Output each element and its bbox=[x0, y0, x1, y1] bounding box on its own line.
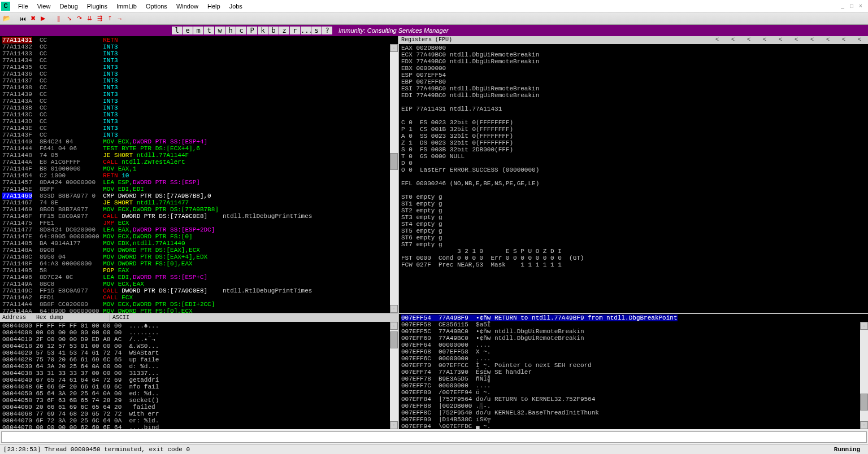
disasm-row[interactable]: 77A11454 C2 1000 RETN 10 bbox=[2, 172, 396, 179]
maximize-button[interactable]: □ bbox=[848, 3, 856, 10]
stack-row[interactable]: 007EFF5C 77A49BC0 •¢ñw ntdll.DbgUiRemote… bbox=[401, 328, 866, 335]
menu-plugins[interactable]: Plugins bbox=[83, 1, 112, 11]
disasm-row[interactable]: 77A1149C FF15 E8C0A977 CALL DWORD PTR DS… bbox=[2, 287, 396, 294]
register-row[interactable]: ECX 77A49BC0 ntdll.DbgUiRemoteBreakin bbox=[401, 51, 866, 58]
register-row[interactable]: ESP 007EFF54 bbox=[401, 72, 866, 78]
register-row[interactable] bbox=[401, 187, 866, 194]
register-row[interactable]: T 0 GS 0000 NULL bbox=[401, 153, 866, 160]
disasm-row[interactable]: 77A1144F B8 01000000 MOV EAX,1 bbox=[2, 165, 396, 172]
disasm-row[interactable]: 77A11457 8DA424 00000000 LEA ESP,DWORD P… bbox=[2, 179, 396, 186]
scroll-up-button[interactable]: ▴ bbox=[390, 44, 398, 52]
register-row[interactable]: EDI 77A49BC0 ntdll.DbgUiRemoteBreakin bbox=[401, 92, 866, 99]
run-icon[interactable]: ▶ bbox=[38, 14, 47, 23]
disasm-row[interactable]: 77A11467 74 0E JE SHORT ntdll.77A11477 bbox=[2, 199, 396, 206]
disasm-row[interactable]: 77A11495 58 POP EAX bbox=[2, 267, 396, 274]
scroll-up-button[interactable]: ▴ bbox=[860, 322, 868, 330]
register-row[interactable]: FCW 027F Prec NEAR,53 Mask 1 1 1 1 1 1 bbox=[401, 261, 866, 268]
toolkit-btn-t[interactable]: t bbox=[204, 27, 214, 34]
disasm-row[interactable]: 77A11436 CC INT3 bbox=[2, 71, 396, 77]
register-row[interactable]: ST4 empty g bbox=[401, 221, 866, 228]
toolkit-btn-k[interactable]: k bbox=[258, 27, 268, 34]
register-row[interactable]: ST6 empty g bbox=[401, 234, 866, 241]
goto-icon[interactable]: → bbox=[115, 14, 124, 23]
toolkit-btn-e[interactable]: e bbox=[183, 27, 193, 34]
disasm-row[interactable]: 77A11437 CC INT3 bbox=[2, 77, 396, 84]
toolkit-btn-c[interactable]: c bbox=[236, 27, 246, 34]
stack-row[interactable]: 007EFF54 77A49BF9 •¢ñw RETURN to ntdll.7… bbox=[401, 315, 866, 321]
register-row[interactable]: EIP 77A11431 ntdll.77A11431 bbox=[401, 106, 866, 112]
dump-row[interactable]: 08044050 65 64 3A 20 25 64 0A 00 ed: %d.… bbox=[2, 390, 396, 397]
disasm-row[interactable]: 77A1148C 8950 04 MOV DWORD PTR DS:[EAX+4… bbox=[2, 254, 396, 260]
register-row[interactable] bbox=[401, 99, 866, 106]
dump-row[interactable]: 08044040 67 65 74 61 64 64 72 69 getaddr… bbox=[2, 377, 396, 383]
disasm-row[interactable]: 77A1147E 64:8905 00000000 MOV ECX,DWORD … bbox=[2, 233, 396, 240]
disasm-row[interactable]: 77A11435 CC INT3 bbox=[2, 64, 396, 71]
disasm-row[interactable]: 77A1143C CC INT3 bbox=[2, 111, 396, 118]
disasm-row[interactable]: 77A1143E CC INT3 bbox=[2, 125, 396, 132]
scrollbar[interactable]: ▴ ▾ bbox=[390, 322, 398, 429]
step-over-icon[interactable]: ↷ bbox=[75, 14, 84, 23]
disasm-row[interactable]: 77A11439 CC INT3 bbox=[2, 91, 396, 98]
dump-row[interactable]: 08044030 64 3A 20 25 64 0A 00 00 d: %d..… bbox=[2, 363, 396, 370]
register-row[interactable]: O 0 LastErr ERROR_SUCCESS (00000000) bbox=[401, 167, 866, 173]
register-row[interactable] bbox=[401, 112, 866, 119]
disasm-row[interactable]: 77A1143F CC INT3 bbox=[2, 132, 396, 138]
register-row[interactable]: S 0 FS 003B 32bit 2DB000(FFF) bbox=[401, 146, 866, 153]
dump-row[interactable]: 08044018 26 12 57 53 01 00 00 00 &.WS0..… bbox=[2, 343, 396, 350]
disasm-row[interactable]: 77A11477 8D8424 DC020000 LEA EAX,DWORD P… bbox=[2, 226, 396, 233]
dump-row[interactable]: 08044078 00 00 00 00 62 69 6E 64 ....bin… bbox=[2, 424, 396, 429]
menu-debug[interactable]: Debug bbox=[55, 1, 82, 11]
menu-jobs[interactable]: Jobs bbox=[225, 1, 247, 11]
memory-dump-pane[interactable]: Address Hex dump ASCII 08044000 FF FF FF… bbox=[0, 314, 399, 429]
menu-view[interactable]: View bbox=[33, 1, 55, 11]
disasm-row[interactable]: 77A11432 CC INT3 bbox=[2, 43, 396, 50]
open-file-icon[interactable]: 📂 bbox=[2, 14, 11, 23]
stack-row[interactable]: 007EFF90 |D14B538C ïSK╤ bbox=[401, 416, 866, 423]
register-row[interactable]: P 1 CS 001B 32bit 0(FFFFFFFF) bbox=[401, 126, 866, 133]
stack-row[interactable]: 007EFF60 77A49BC0 •¢ñw ntdll.DbgUiRemote… bbox=[401, 335, 866, 342]
menu-immlib[interactable]: ImmLib bbox=[112, 1, 141, 11]
toolkit-btn-r[interactable]: r bbox=[290, 27, 300, 34]
execute-till-return-icon[interactable]: ⤒ bbox=[105, 14, 114, 23]
disasm-row[interactable]: 77A11444 F641 04 06 TEST BYTE PTR DS:[EC… bbox=[2, 145, 396, 152]
disasm-row[interactable]: 77A1148F 64:A3 00000000 MOV DWORD PTR FS… bbox=[2, 260, 396, 267]
trace-over-icon[interactable]: ⇶ bbox=[95, 14, 104, 23]
disasm-row[interactable]: 77A1143A CC INT3 bbox=[2, 98, 396, 104]
pause-icon[interactable]: ‖ bbox=[54, 14, 63, 23]
dump-row[interactable]: 08044008 00 00 00 00 00 00 00 00 .......… bbox=[2, 329, 396, 336]
dump-row[interactable]: 08044070 6F 72 3A 20 25 6C 64 0A or: %ld… bbox=[2, 417, 396, 424]
scroll-thumb[interactable] bbox=[390, 331, 398, 348]
registers-pane[interactable]: Registers (FPU) < < < < < < < < < < EAX … bbox=[399, 36, 868, 313]
scroll-down-button[interactable]: ▾ bbox=[860, 421, 868, 429]
dump-row[interactable]: 08044048 6E 66 6F 20 66 61 69 6C nfo fai… bbox=[2, 383, 396, 390]
menu-help[interactable]: Help bbox=[203, 1, 225, 11]
trace-into-icon[interactable]: ⇊ bbox=[85, 14, 94, 23]
menu-window[interactable]: Window bbox=[172, 1, 203, 11]
scroll-thumb[interactable] bbox=[860, 394, 868, 411]
menu-file[interactable]: File bbox=[14, 1, 33, 11]
disasm-row[interactable]: 77A11438 CC INT3 bbox=[2, 84, 396, 91]
stack-row[interactable]: 007EFF8C |752F9540 do/u KERNEL32.BaseThr… bbox=[401, 409, 866, 416]
dump-row[interactable]: 08044010 2F 00 00 00 D9 ED A8 AC /...٭¨¬ bbox=[2, 336, 396, 343]
stack-row[interactable]: 007EFF58 CE356115 $a5Î bbox=[401, 321, 866, 328]
disasm-row[interactable]: 77A1145E 8BFF MOV EDI,EDI bbox=[2, 186, 396, 193]
register-row[interactable]: A 0 SS 0023 32bit 0(FFFFFFFF) bbox=[401, 133, 866, 139]
register-row[interactable]: ST3 empty g bbox=[401, 214, 866, 221]
toolkit-btn-z[interactable]: z bbox=[279, 27, 289, 34]
register-row[interactable]: EBX 00000000 bbox=[401, 65, 866, 72]
scrollbar[interactable]: ▴ ▾ bbox=[860, 322, 868, 429]
register-row[interactable]: 3 2 1 0 E S P U O Z D I bbox=[401, 248, 866, 255]
register-row[interactable]: FST 0000 Cond 0 0 0 0 Err 0 0 0 0 0 0 0 … bbox=[401, 255, 866, 261]
stack-row[interactable]: 007EFF84 |752F9564 do/u RETURN to KERNEL… bbox=[401, 396, 866, 403]
toolkit-btn-w[interactable]: w bbox=[215, 27, 225, 34]
scroll-thumb[interactable] bbox=[390, 153, 398, 170]
disasm-row[interactable]: 77A11460 833D B8B7A977 0 CMP DWORD PTR D… bbox=[2, 193, 396, 199]
dump-row[interactable]: 08044020 57 53 41 53 74 61 72 74 WSAStar… bbox=[2, 350, 396, 356]
toolkit-btn-...[interactable]: ... bbox=[301, 27, 311, 34]
register-row[interactable]: ST5 empty g bbox=[401, 228, 866, 234]
step-into-icon[interactable]: ↘ bbox=[64, 14, 73, 23]
register-row[interactable]: EDX 77A49BC0 ntdll.DbgUiRemoteBreakin bbox=[401, 58, 866, 65]
scrollbar[interactable]: ▴ ▾ bbox=[390, 44, 398, 313]
dump-row[interactable]: 08044058 73 6F 63 6B 65 74 28 29 socket(… bbox=[2, 397, 396, 404]
disasm-row[interactable]: 77A11431 CC RETN bbox=[2, 37, 396, 43]
